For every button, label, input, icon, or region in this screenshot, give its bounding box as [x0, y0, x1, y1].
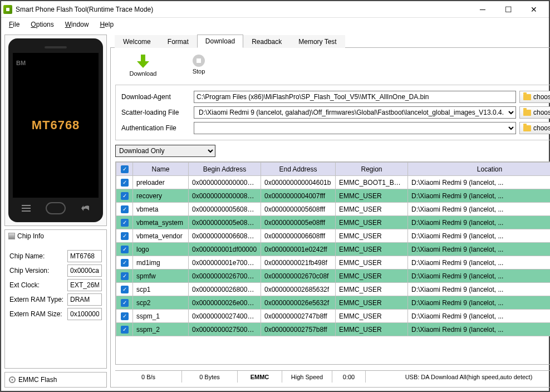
cell-region: EMMC_USER — [336, 229, 408, 243]
choose-da-button[interactable]: choose — [519, 91, 550, 103]
header-end[interactable]: End Address — [261, 163, 336, 176]
chip-name-field[interactable] — [67, 250, 102, 262]
auth-file-field[interactable] — [194, 122, 516, 134]
table-row[interactable]: recovery 0x0000000000008000 0x0000000004… — [116, 189, 551, 203]
status-connection: USB: DA Download All(high speed,auto det… — [366, 371, 550, 383]
checkbox-all[interactable] — [121, 165, 129, 173]
ext-clock-field[interactable] — [67, 279, 102, 291]
cell-region: EMMC_USER — [336, 243, 408, 256]
download-mode-select[interactable]: Download Only — [115, 145, 215, 157]
folder-icon — [523, 94, 531, 100]
table-row[interactable]: spmfw 0x0000000026700000 0x000000002670c… — [116, 270, 551, 283]
cell-begin: 0x0000000026700000 — [189, 270, 261, 283]
cell-name: sspm_1 — [133, 310, 189, 323]
table-row[interactable]: md1img 0x000000001e700000 0x0000000021fb… — [116, 256, 551, 270]
cell-location: D:\Xiaomi Redmi 9 (lancelot, ... — [408, 229, 551, 243]
table-row[interactable]: vbmeta_system 0x0000000005e08000 0x00000… — [116, 216, 551, 229]
download-agent-label: Download-Agent — [121, 93, 190, 101]
minimize-button[interactable]: ─ — [470, 2, 495, 17]
cell-end: 0x000000001e0242ff — [261, 243, 336, 256]
choose-auth-button[interactable]: choose — [519, 122, 550, 134]
row-checkbox[interactable] — [121, 179, 129, 187]
app-icon — [3, 5, 12, 14]
cell-location: D:\Xiaomi Redmi 9 (lancelot, ... — [408, 296, 551, 310]
status-storage: EMMC — [238, 371, 282, 383]
row-checkbox[interactable] — [121, 246, 129, 253]
tab-memory-test[interactable]: Memory Test — [290, 35, 345, 48]
row-checkbox[interactable] — [121, 299, 129, 307]
header-location[interactable]: Location — [408, 163, 551, 176]
cell-end: 0x0000000005e08fff — [261, 216, 336, 229]
table-row[interactable]: scp1 0x0000000026800000 0x00000000268563… — [116, 283, 551, 296]
cell-name: logo — [133, 243, 189, 256]
row-checkbox[interactable] — [121, 272, 129, 280]
cell-end: 0x0000000006608fff — [261, 229, 336, 243]
cell-location: D:\Xiaomi Redmi 9 (lancelot, ... — [408, 203, 551, 216]
tab-bar: Welcome Format Download Readback Memory … — [110, 35, 550, 48]
header-check[interactable] — [116, 163, 133, 176]
folder-icon — [523, 125, 531, 131]
table-row[interactable]: logo 0x000000001df00000 0x000000001e0242… — [116, 243, 551, 256]
tab-readback[interactable]: Readback — [243, 35, 290, 48]
phone-menu-icon — [18, 204, 34, 212]
download-button[interactable]: Download — [126, 55, 160, 77]
cell-location: D:\Xiaomi Redmi 9 (lancelot, ... — [408, 323, 551, 336]
menu-file[interactable]: File — [4, 19, 25, 30]
table-row[interactable]: vbmeta 0x0000000005608000 0x000000000560… — [116, 203, 551, 216]
row-checkbox[interactable] — [121, 326, 129, 334]
cell-name: sspm_2 — [133, 323, 189, 336]
menu-window[interactable]: Window — [61, 19, 95, 30]
header-begin[interactable]: Begin Address — [189, 163, 261, 176]
cell-region: EMMC_USER — [336, 270, 408, 283]
row-checkbox[interactable] — [121, 259, 129, 267]
status-time: 0:00 — [332, 371, 366, 383]
table-row[interactable]: scp2 0x0000000026e00000 0x0000000026e563… — [116, 296, 551, 310]
emmc-panel: EMMC Flash — [4, 372, 107, 388]
menubar: File Options Window Help — [1, 18, 549, 31]
tab-format[interactable]: Format — [159, 35, 197, 48]
menu-help[interactable]: Help — [95, 19, 119, 30]
row-checkbox[interactable] — [121, 192, 129, 200]
table-row[interactable]: preloader 0x0000000000000000 0x000000000… — [116, 176, 551, 189]
ram-type-field[interactable] — [67, 293, 102, 306]
table-row[interactable]: vbmeta_vendor 0x0000000006608000 0x00000… — [116, 229, 551, 243]
cell-region: EMMC_USER — [336, 296, 408, 310]
cell-end: 0x0000000004007fff — [261, 189, 336, 203]
choose-scatter-button[interactable]: choose — [519, 106, 550, 119]
cell-location: D:\Xiaomi Redmi 9 (lancelot, ... — [408, 283, 551, 296]
header-region[interactable]: Region — [336, 163, 408, 176]
cell-begin: 0x0000000005e08000 — [189, 216, 261, 229]
menu-options[interactable]: Options — [26, 19, 59, 30]
gear-icon — [8, 376, 16, 384]
cell-location: D:\Xiaomi Redmi 9 (lancelot, ... — [408, 310, 551, 323]
chip-info-panel: Chip Info Chip Name: Chip Version: Ext C… — [4, 229, 107, 369]
stop-button[interactable]: Stop — [182, 55, 215, 77]
header-name[interactable]: Name — [133, 163, 189, 176]
cell-name: recovery — [133, 189, 189, 203]
table-row[interactable]: sspm_2 0x0000000027500000 0x000000002757… — [116, 323, 551, 336]
status-speed: 0 B/s — [115, 371, 182, 383]
row-checkbox[interactable] — [121, 205, 129, 213]
chip-version-field[interactable] — [67, 264, 102, 277]
row-checkbox[interactable] — [121, 286, 129, 293]
maximize-button[interactable]: ☐ — [495, 2, 521, 17]
row-checkbox[interactable] — [121, 219, 129, 227]
cell-name: vbmeta_vendor — [133, 229, 189, 243]
cell-begin: 0x0000000026e00000 — [189, 296, 261, 310]
table-row[interactable]: sspm_1 0x0000000027400000 0x000000002747… — [116, 310, 551, 323]
partition-table[interactable]: Name Begin Address End Address Region Lo… — [115, 161, 550, 365]
cell-region: EMMC_BOOT1_BOOT2 — [336, 176, 408, 189]
tab-download[interactable]: Download — [197, 35, 243, 48]
cell-begin: 0x000000001df00000 — [189, 243, 261, 256]
close-button[interactable]: ✕ — [521, 2, 547, 17]
download-agent-field[interactable] — [194, 91, 516, 103]
row-checkbox[interactable] — [121, 232, 129, 240]
row-checkbox[interactable] — [121, 312, 129, 320]
tab-welcome[interactable]: Welcome — [115, 35, 159, 48]
cell-location: D:\Xiaomi Redmi 9 (lancelot, ... — [408, 256, 551, 270]
status-mode: High Speed — [282, 371, 332, 383]
scatter-file-field[interactable]: D:\Xiaomi Redmi 9 (lancelot, galahad)\Of… — [194, 106, 516, 119]
ram-type-label: Extern RAM Type: — [9, 296, 65, 303]
ram-size-field[interactable] — [67, 308, 102, 320]
titlebar: Smart Phone Flash Tool(Runtime Trace Mod… — [1, 1, 549, 18]
